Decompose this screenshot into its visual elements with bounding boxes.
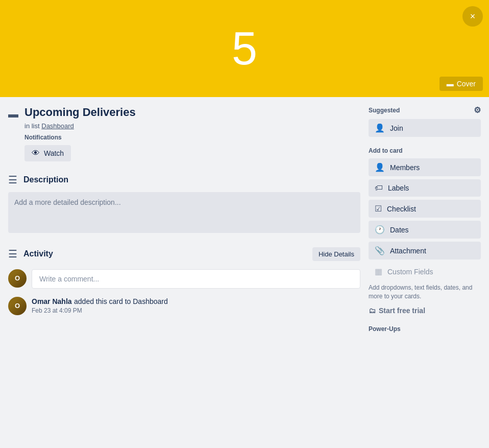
sidebar: Suggested ⚙ 👤 Join Add to card 👤 Members <box>369 105 481 337</box>
card-list-info: in list Dashboard <box>25 122 360 130</box>
start-trial-button[interactable]: 🗂 Start free trial <box>369 306 425 315</box>
activity-left: ☰ Activity <box>8 248 53 260</box>
watch-button[interactable]: 👁 Watch <box>25 145 71 161</box>
members-icon: 👤 <box>375 162 385 172</box>
power-ups-section: Power-Ups <box>369 325 481 333</box>
members-button[interactable]: 👤 Members <box>369 158 481 176</box>
list-link[interactable]: Dashboard <box>41 122 74 130</box>
cover-btn-icon: ▬ <box>447 80 454 88</box>
activity-title: Activity <box>23 249 53 258</box>
attachment-icon: 📎 <box>375 246 385 255</box>
description-input[interactable] <box>8 192 360 233</box>
card-title: Upcoming Deliveries <box>25 105 360 120</box>
suggested-title: Suggested ⚙ <box>369 105 481 115</box>
modal-body: ▬ Upcoming Deliveries in list Dashboard … <box>0 97 489 345</box>
trial-icon: 🗂 <box>369 306 376 315</box>
power-ups-title: Power-Ups <box>369 325 481 333</box>
custom-fields-button[interactable]: ▦ Custom Fields <box>369 263 481 280</box>
watch-icon: 👁 <box>32 149 40 158</box>
activity-text: Omar Nahla added this card to Dashboard … <box>32 297 360 315</box>
card-header: ▬ Upcoming Deliveries in list Dashboard <box>8 105 360 130</box>
checklist-icon: ☑ <box>375 204 382 214</box>
cover-number: 5 <box>232 26 257 72</box>
close-button[interactable]: × <box>462 6 483 27</box>
join-button[interactable]: 👤 Join <box>369 119 481 137</box>
activity-entry: O Omar Nahla added this card to Dashboar… <box>8 297 360 315</box>
gear-icon[interactable]: ⚙ <box>474 105 481 115</box>
activity-action: added this card to Dashboard <box>74 297 168 305</box>
attachment-button[interactable]: 📎 Attachment <box>369 242 481 260</box>
hide-details-button[interactable]: Hide Details <box>312 247 360 261</box>
description-icon: ☰ <box>8 174 17 186</box>
activity-header: ☰ Activity Hide Details <box>8 247 360 261</box>
activity-icon: ☰ <box>8 248 17 260</box>
dates-icon: 🕐 <box>375 225 385 234</box>
card-title-block: Upcoming Deliveries in list Dashboard <box>25 105 360 130</box>
custom-fields-promo: Add dropdowns, text fields, dates, and m… <box>369 284 481 301</box>
suggested-section: Suggested ⚙ 👤 Join <box>369 105 481 137</box>
activity-time: Feb 23 at 4:09 PM <box>32 307 360 314</box>
main-content: ▬ Upcoming Deliveries in list Dashboard … <box>8 105 369 337</box>
custom-fields-icon: ▦ <box>375 267 382 276</box>
description-section: ☰ Description <box>8 174 360 235</box>
notifications-section: Notifications 👁 Watch <box>25 134 360 161</box>
comment-row: O <box>8 269 360 289</box>
description-header: ☰ Description <box>8 174 360 186</box>
labels-button[interactable]: 🏷 Labels <box>369 179 481 197</box>
card-modal: 5 × ▬ Cover ▬ Upcoming Deliveries in lis… <box>0 0 489 448</box>
cover-edit-button[interactable]: ▬ Cover <box>439 77 483 91</box>
add-to-card-section: Add to card 👤 Members 🏷 Labels ☑ Checkli… <box>369 147 481 315</box>
checklist-button[interactable]: ☑ Checklist <box>369 200 481 218</box>
person-icon: 👤 <box>375 123 385 133</box>
cover-area: 5 × ▬ Cover <box>0 0 489 97</box>
description-title: Description <box>23 175 68 184</box>
activity-section: ☰ Activity Hide Details O O <box>8 247 360 315</box>
notifications-label: Notifications <box>25 134 360 141</box>
omar-avatar: O <box>8 297 27 315</box>
comment-input[interactable] <box>32 269 360 289</box>
add-to-card-title: Add to card <box>369 147 481 154</box>
card-type-icon: ▬ <box>8 108 18 120</box>
current-user-avatar: O <box>8 269 27 288</box>
dates-button[interactable]: 🕐 Dates <box>369 221 481 239</box>
labels-icon: 🏷 <box>375 183 383 193</box>
activity-user: Omar Nahla <box>32 297 72 305</box>
